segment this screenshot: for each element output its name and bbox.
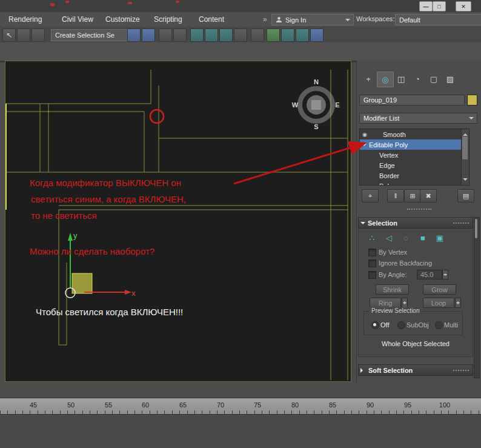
preview-subobj-label: SubObj [406, 321, 429, 329]
render-setup-icon[interactable] [251, 28, 264, 42]
preview-multi-radio[interactable] [435, 321, 443, 329]
compass-east-label: E [335, 101, 339, 109]
scene-explorer-icon[interactable] [173, 28, 187, 42]
remove-modifier-icon[interactable]: ✖ [420, 189, 437, 202]
by-vertex-checkbox[interactable] [368, 249, 376, 256]
panel-scroll-thumb[interactable] [475, 219, 477, 238]
border-subobject-icon[interactable]: ◌ [399, 232, 413, 243]
maximize-button[interactable]: □ [433, 1, 446, 12]
select-by-name-icon[interactable] [17, 28, 30, 42]
pin-stack-icon[interactable]: ⌖ [362, 189, 379, 202]
align-icon[interactable] [142, 28, 155, 42]
menu-rendering[interactable]: Rendering [5, 12, 45, 27]
ignore-backfacing-checkbox[interactable] [368, 259, 376, 267]
tab-create-icon[interactable]: + [360, 72, 376, 86]
stack-row-border[interactable]: Border [360, 170, 469, 181]
element-subobject-icon[interactable]: ▣ [433, 232, 447, 243]
rollout-grip [453, 222, 469, 224]
curve-editor-icon[interactable] [205, 28, 218, 42]
shrink-button[interactable]: Shrink [376, 284, 409, 295]
stack-row-polygon[interactable]: Polygon [360, 181, 469, 186]
close-button[interactable]: ✕ [456, 1, 471, 12]
schematic-view-icon[interactable] [219, 28, 233, 42]
workspaces-dropdown[interactable]: Default [395, 14, 481, 25]
stack-row-label: Polygon [379, 182, 403, 186]
viewport-compass[interactable]: N W E S [292, 78, 340, 130]
compass-west-label: W [292, 101, 299, 109]
tab-utilities-icon[interactable]: ▨ [442, 72, 458, 86]
selected-object[interactable] [72, 273, 92, 293]
stack-row-smooth[interactable]: ◉ Smooth [360, 129, 469, 139]
named-selection-sets-dropdown[interactable]: Create Selection Se [51, 29, 137, 41]
rollout-grip [453, 370, 469, 371]
red-annotation-mark [128, 2, 132, 4]
rendered-frame-window-icon[interactable] [267, 28, 280, 42]
menu-scripting[interactable]: Scripting [150, 12, 186, 27]
tab-motion-icon[interactable]: ◔ [410, 72, 425, 86]
vertex-subobject-icon[interactable]: ∴ [365, 232, 379, 243]
expand-icon[interactable] [362, 144, 367, 149]
loop-button[interactable]: Loop [423, 298, 454, 308]
ring-button[interactable]: Ring [370, 298, 401, 308]
panel-scrollbar[interactable] [474, 217, 480, 378]
minimize-button[interactable]: — [419, 1, 433, 12]
3ds-max-window: — □ ✕ Rendering Civil View Customize Scr… [0, 0, 481, 448]
selection-set-value: Create Selection Se [55, 32, 114, 39]
selection-status-text: Whole Object Selected [359, 340, 473, 347]
selection-rollout-header[interactable]: Selection [358, 217, 473, 229]
wireframe-walls [5, 70, 348, 380]
tab-modify-icon[interactable]: ◎ [377, 72, 394, 87]
command-panel: + ◎ ◫ ◔ ▢ ▨ Group_019 Modifier List ◉ Sm… [356, 61, 481, 382]
select-object-icon[interactable]: ↖ [2, 28, 16, 42]
stack-row-editable-poly[interactable]: Editable Poly [360, 139, 469, 150]
grow-button[interactable]: Grow [423, 284, 456, 295]
menu-civil-view[interactable]: Civil View [58, 12, 97, 27]
material-editor-icon[interactable] [234, 28, 247, 42]
scroll-down-icon[interactable] [463, 178, 468, 183]
preview-subobj-radio[interactable] [397, 321, 405, 329]
render-iterative-icon[interactable] [296, 28, 309, 42]
menu-overflow-chevron[interactable]: » [259, 12, 271, 27]
modifier-enable-icon[interactable]: ◉ [360, 132, 370, 138]
soft-selection-rollout-header[interactable]: Soft Selection [358, 364, 473, 376]
tab-display-icon[interactable]: ▢ [426, 72, 442, 86]
modifier-list-dropdown[interactable]: Modifier List [359, 113, 477, 124]
stack-row-label: Border [379, 172, 399, 179]
preview-off-radio[interactable] [371, 321, 379, 329]
mirror-icon[interactable] [127, 28, 141, 42]
workspaces-value: Default [399, 16, 420, 24]
render-production-icon[interactable] [281, 28, 294, 42]
timeline-ruler[interactable]: 45 50 55 60 65 70 75 80 85 90 95 100 [0, 398, 481, 415]
ring-spinner[interactable] [402, 298, 408, 308]
compass-north-label: N [314, 78, 319, 85]
sign-in-dropdown[interactable]: Sign In [271, 14, 354, 25]
menu-customize[interactable]: Customize [102, 12, 144, 27]
stack-row-vertex[interactable]: Vertex [360, 150, 469, 160]
preview-selection-group: Preview Selection Off SubObj Multi [363, 311, 463, 335]
stack-row-edge[interactable]: Edge [360, 160, 469, 170]
stack-scrollbar[interactable] [461, 129, 469, 185]
configure-modifier-sets-icon[interactable]: ▤ [457, 189, 474, 202]
tab-hierarchy-icon[interactable]: ◫ [393, 72, 409, 86]
layer-explorer-icon[interactable] [159, 28, 172, 42]
object-name-field[interactable]: Group_019 [359, 95, 465, 105]
selection-region-icon[interactable] [32, 28, 45, 42]
title-bar[interactable]: — □ ✕ [0, 0, 481, 13]
angle-spinner[interactable] [442, 270, 448, 279]
by-angle-checkbox[interactable] [368, 271, 376, 279]
loop-spinner[interactable] [455, 298, 461, 308]
object-color-swatch[interactable] [467, 95, 477, 105]
angle-value-field[interactable]: 45.0 [417, 270, 442, 279]
activeshade-icon[interactable] [310, 28, 323, 42]
modifier-list-label: Modifier List [363, 115, 399, 122]
scroll-thumb[interactable] [462, 136, 468, 159]
polygon-subobject-icon[interactable]: ■ [416, 232, 430, 243]
show-end-result-icon[interactable]: ‖ [387, 189, 404, 202]
menu-content[interactable]: Content [195, 12, 228, 27]
viewport-top[interactable]: y x N W E S Когда модификатор ВЫКЛЮЧЕН о… [5, 61, 351, 382]
edge-subobject-icon[interactable]: ◁ [382, 232, 396, 243]
make-unique-icon[interactable]: ⊞ [404, 189, 421, 202]
ribbon-toggle-icon[interactable] [190, 28, 204, 42]
panel-grip[interactable] [407, 209, 431, 210]
scroll-up-icon[interactable] [463, 131, 468, 136]
